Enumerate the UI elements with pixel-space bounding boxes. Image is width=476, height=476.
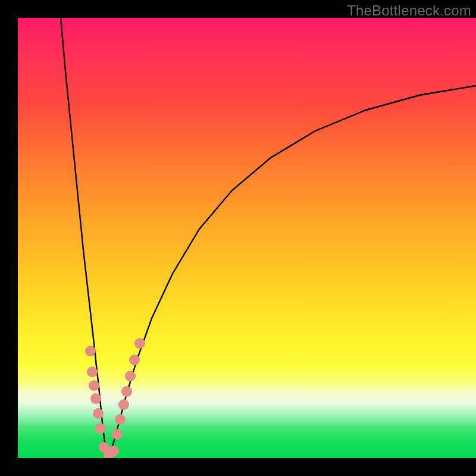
plot-gradient-background [18, 18, 476, 458]
chart-stage: TheBottleneck.com [0, 0, 476, 476]
watermark-text: TheBottleneck.com [347, 2, 471, 19]
